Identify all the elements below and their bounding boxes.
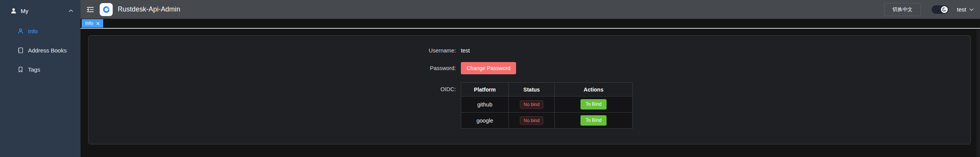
chevron-up-icon [69, 9, 73, 12]
sidebar: My Info Address Books [0, 0, 81, 157]
toggle-knob [941, 6, 948, 13]
status-badge: No bind [520, 116, 543, 125]
rustdesk-logo-icon [100, 3, 113, 16]
chevron-down-icon [969, 8, 974, 11]
bookmark-icon [17, 66, 24, 73]
status-cell: No bind [509, 96, 555, 113]
sidebar-item-address-books[interactable]: Address Books [0, 41, 81, 60]
app-title: Rustdesk-Api-Admin [118, 5, 180, 13]
scrollbar[interactable] [977, 29, 980, 157]
table-row-google: google No bind To Bind [461, 113, 633, 129]
dark-mode-toggle[interactable] [932, 5, 949, 14]
platform-cell: google [461, 113, 509, 129]
oidc-label: OIDC: [89, 82, 456, 92]
user-info-card: Username: test Password: Change Password… [88, 35, 971, 144]
address-book-icon [17, 47, 24, 54]
sidebar-item-label: Info [28, 28, 38, 34]
sidebar-group-my[interactable]: My [0, 0, 81, 21]
sidebar-group-label: My [21, 8, 28, 14]
column-header-platform: Platform [461, 83, 509, 96]
oidc-row: OIDC: Platform Status Actions github No … [89, 82, 970, 129]
user-filled-icon [10, 8, 17, 14]
tab-info[interactable]: Info [82, 19, 103, 28]
oidc-table-header-row: Platform Status Actions [461, 83, 633, 96]
actions-cell: To Bind [555, 96, 633, 113]
platform-cell: github [461, 96, 509, 113]
oidc-table: Platform Status Actions github No bind T… [461, 82, 633, 129]
tab-label: Info [85, 21, 93, 26]
to-bind-button-google[interactable]: To Bind [580, 115, 607, 126]
user-menu-label: test [957, 6, 966, 13]
actions-cell: To Bind [555, 113, 633, 129]
username-row: Username: test [89, 45, 970, 56]
switch-language-button[interactable]: 切换中文 [884, 3, 921, 16]
username-label: Username: [89, 47, 456, 54]
table-row-github: github No bind To Bind [461, 96, 633, 113]
password-label: Password: [89, 65, 456, 71]
sidebar-item-label: Tags [28, 66, 40, 73]
column-header-status: Status [509, 83, 555, 96]
tab-close-icon[interactable] [96, 22, 100, 25]
main-content: Username: test Password: Change Password… [81, 29, 980, 157]
user-icon [17, 28, 24, 34]
status-badge: No bind [520, 100, 543, 109]
sidebar-item-label: Address Books [28, 47, 67, 54]
status-cell: No bind [509, 113, 555, 129]
user-menu[interactable]: test [957, 6, 974, 13]
moon-icon [942, 7, 947, 12]
top-header: Rustdesk-Api-Admin 切换中文 test [81, 0, 980, 19]
sidebar-item-info[interactable]: Info [0, 21, 81, 41]
menu-fold-icon[interactable] [87, 7, 94, 13]
password-row: Password: Change Password [89, 62, 970, 74]
sidebar-item-tags[interactable]: Tags [0, 60, 81, 79]
to-bind-button-github[interactable]: To Bind [580, 99, 607, 110]
change-password-button[interactable]: Change Password [461, 62, 516, 74]
username-value: test [461, 47, 470, 54]
column-header-actions: Actions [555, 83, 633, 96]
tags-view-bar: Info [81, 19, 980, 29]
